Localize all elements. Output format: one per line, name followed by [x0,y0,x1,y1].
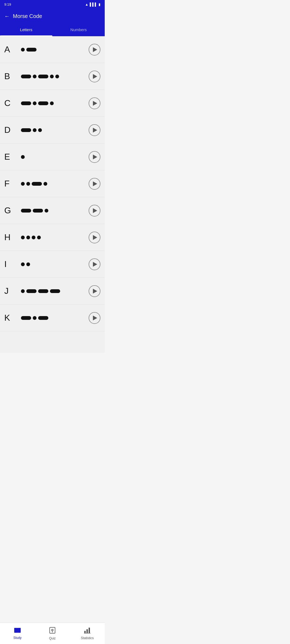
letter-char-e: E [4,152,18,162]
tab-bar: Letters Numbers [0,24,105,36]
morse-pattern-g [18,209,89,213]
play-button-h[interactable] [89,232,100,243]
morse-pattern-e [18,155,89,159]
dot-symbol [26,236,30,239]
dash-symbol [33,209,43,213]
play-button-d[interactable] [89,124,100,136]
morse-pattern-a [18,48,89,52]
play-icon [93,101,97,106]
play-button-f[interactable] [89,178,100,190]
play-icon [93,316,97,320]
letter-row-a: A [0,36,105,63]
letter-char-d: D [4,125,18,135]
letter-row-k: K [0,305,105,331]
morse-pattern-h [18,236,89,239]
letter-row-f: F [0,170,105,197]
wifi-icon: ▲ [85,2,88,6]
back-icon: ← [4,13,10,19]
letter-char-f: F [4,179,18,189]
dot-symbol [55,75,59,78]
letter-row-b: B [0,63,105,90]
play-button-c[interactable] [89,97,100,109]
letter-char-b: B [4,71,18,81]
morse-pattern-f [18,182,89,186]
dash-symbol [38,316,48,320]
dot-symbol [33,75,37,78]
dot-symbol [21,236,25,239]
app-bar: ← Morse Code [0,9,105,24]
dot-symbol [32,236,35,239]
dot-symbol [33,316,37,320]
play-icon [93,208,97,213]
play-icon [93,155,97,159]
dash-symbol [38,289,48,293]
dot-symbol [50,75,54,78]
tab-numbers[interactable]: Numbers [52,24,105,36]
dot-symbol [45,209,48,213]
play-icon [93,235,97,240]
play-icon [93,289,97,294]
tab-letters[interactable]: Letters [0,24,52,36]
dash-symbol [26,48,37,52]
status-time: 9:19 [4,2,11,6]
letter-char-i: I [4,259,18,269]
dot-symbol [37,236,41,239]
play-button-b[interactable] [89,71,100,82]
play-icon [93,128,97,133]
status-bar: 9:19 ▲ ▌▌▌ ▮ [0,0,105,9]
morse-pattern-c [18,101,89,105]
dot-symbol [33,101,37,105]
play-button-a[interactable] [89,44,100,56]
dot-symbol [21,289,25,293]
dot-symbol [44,182,47,186]
letter-char-c: C [4,98,18,108]
dash-symbol [21,101,31,105]
dot-symbol [21,48,25,52]
letter-row-d: D [0,117,105,144]
dash-symbol [38,101,48,105]
dash-symbol [21,316,31,320]
play-icon [93,181,97,186]
status-icons: ▲ ▌▌▌ ▮ [85,2,100,6]
play-button-i[interactable] [89,258,100,270]
dash-symbol [32,182,42,186]
dot-symbol [50,101,54,105]
morse-pattern-j [18,289,89,293]
dash-symbol [38,75,48,78]
play-button-e[interactable] [89,151,100,163]
morse-pattern-i [18,262,89,266]
letter-row-i: I [0,251,105,278]
play-icon [93,47,97,52]
dash-symbol [50,289,60,293]
letter-row-e: E [0,144,105,170]
dot-symbol [21,262,25,266]
dot-symbol [38,128,42,132]
letters-list: ABCDEFGHIJK [0,36,105,353]
play-button-k[interactable] [89,312,100,324]
dot-symbol [33,128,37,132]
signal-icon: ▌▌▌ [90,2,97,6]
morse-pattern-k [18,316,89,320]
letter-row-c: C [0,90,105,117]
dot-symbol [21,155,25,159]
play-button-g[interactable] [89,205,100,217]
play-icon [93,262,97,267]
back-button[interactable]: ← [4,13,10,19]
dot-symbol [26,262,30,266]
letter-row-j: J [0,278,105,305]
letter-char-j: J [4,286,18,296]
letter-char-g: G [4,206,18,215]
play-icon [93,74,97,79]
letter-char-k: K [4,313,18,323]
dash-symbol [21,209,31,213]
letter-row-g: G [0,197,105,224]
battery-icon: ▮ [99,2,100,6]
letter-char-h: H [4,232,18,242]
play-button-j[interactable] [89,285,100,297]
letter-char-a: A [4,45,18,54]
letter-row-h: H [0,224,105,251]
dot-symbol [26,182,30,186]
dash-symbol [26,289,37,293]
app-title: Morse Code [13,13,42,19]
morse-pattern-d [18,128,89,132]
